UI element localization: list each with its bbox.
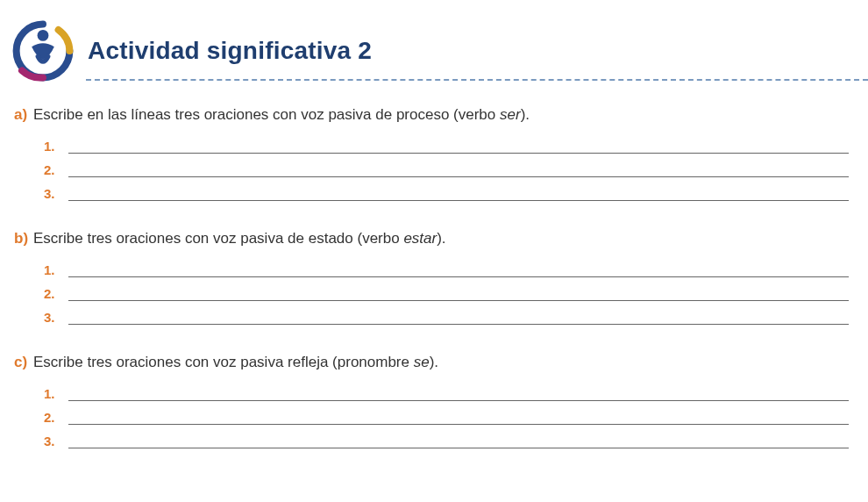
section-b: b) Escribe tres oraciones con voz pasiva… xyxy=(14,229,857,325)
prompt-pre: Escribe tres oraciones con voz pasiva de… xyxy=(33,230,403,247)
prompt-post: ). xyxy=(437,230,445,247)
section-c: c) Escribe tres oraciones con voz pasiva… xyxy=(14,353,857,448)
write-line[interactable] xyxy=(68,410,849,425)
answer-line: 2. xyxy=(44,286,857,301)
write-line[interactable] xyxy=(68,186,849,201)
answer-line: 2. xyxy=(44,162,857,177)
write-line[interactable] xyxy=(68,286,849,301)
write-line[interactable] xyxy=(68,310,849,325)
prompt-letter: b) xyxy=(14,230,33,247)
write-line[interactable] xyxy=(68,262,849,277)
answer-line: 3. xyxy=(44,434,857,448)
prompt-text: Escribe tres oraciones con voz pasiva re… xyxy=(33,353,438,372)
answer-line: 3. xyxy=(44,310,857,325)
answer-line: 2. xyxy=(44,410,857,425)
prompt-letter: c) xyxy=(14,354,33,371)
line-number: 1. xyxy=(44,386,65,401)
line-number: 2. xyxy=(44,162,65,177)
line-number: 1. xyxy=(44,262,65,277)
answer-line: 1. xyxy=(44,262,857,277)
prompt-letter: a) xyxy=(14,106,33,124)
prompt-pre: Escribe en las líneas tres oraciones con… xyxy=(33,106,500,123)
section-a: a) Escribe en las líneas tres oraciones … xyxy=(14,105,857,201)
prompt-row: a) Escribe en las líneas tres oraciones … xyxy=(14,105,857,125)
answer-lines: 1. 2. 3. xyxy=(14,262,857,325)
line-number: 3. xyxy=(44,310,65,325)
answer-lines: 1. 2. 3. xyxy=(14,139,857,201)
activity-logo xyxy=(7,16,79,86)
line-number: 3. xyxy=(44,186,65,201)
answer-line: 1. xyxy=(44,386,857,401)
prompt-post: ). xyxy=(521,106,530,123)
prompt-em: ser xyxy=(500,106,521,123)
prompt-em: estar xyxy=(403,230,437,247)
prompt-pre: Escribe tres oraciones con voz pasiva re… xyxy=(33,354,414,370)
answer-lines: 1. 2. 3. xyxy=(14,386,857,448)
write-line[interactable] xyxy=(68,386,849,401)
write-line[interactable] xyxy=(68,162,849,177)
answer-line: 3. xyxy=(44,186,857,201)
line-number: 2. xyxy=(44,286,65,301)
line-number: 3. xyxy=(44,434,65,448)
prompt-post: ). xyxy=(430,354,438,370)
prompt-text: Escribe tres oraciones con voz pasiva de… xyxy=(33,229,446,248)
activity-title: Actividad significativa 2 xyxy=(88,37,372,65)
prompt-row: c) Escribe tres oraciones con voz pasiva… xyxy=(14,353,857,372)
prompt-row: b) Escribe tres oraciones con voz pasiva… xyxy=(14,229,857,248)
write-line[interactable] xyxy=(68,434,849,448)
svg-point-0 xyxy=(38,30,49,41)
header-divider xyxy=(86,79,868,81)
activity-header: Actividad significativa 2 xyxy=(0,16,868,86)
write-line[interactable] xyxy=(68,139,849,154)
prompt-text: Escribe en las líneas tres oraciones con… xyxy=(33,105,530,125)
line-number: 1. xyxy=(44,139,65,154)
line-number: 2. xyxy=(44,410,65,425)
activity-body: a) Escribe en las líneas tres oraciones … xyxy=(0,105,868,448)
prompt-em: se xyxy=(414,354,430,370)
answer-line: 1. xyxy=(44,139,857,154)
